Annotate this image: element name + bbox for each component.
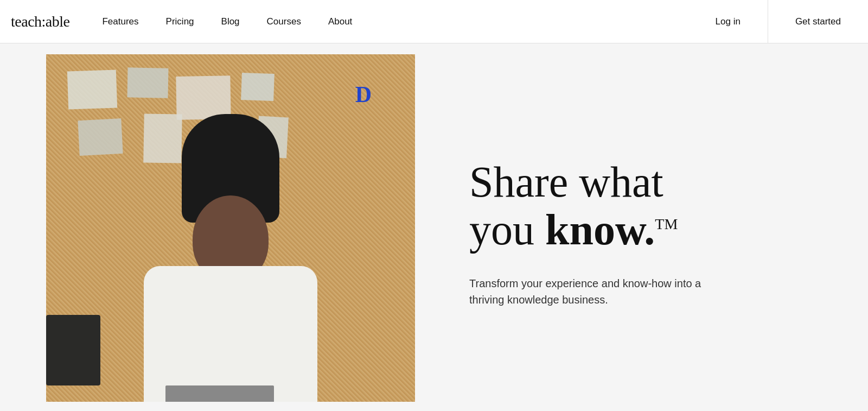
headline-you: you	[469, 206, 545, 254]
board-paper-5	[78, 118, 123, 156]
hero-section: D Share what you know.TM Transform your …	[0, 43, 868, 411]
headline-know: know.	[545, 206, 655, 254]
login-button[interactable]: Log in	[688, 0, 768, 43]
hero-content: Share what you know.TM Transform your ex…	[415, 43, 868, 411]
navbar: teach:able Features Pricing Blog Courses…	[0, 0, 868, 43]
board-paper-3	[176, 75, 231, 120]
monitor-left	[46, 315, 100, 385]
get-started-button[interactable]: Get started	[768, 0, 868, 43]
headline-line1: Share what	[469, 158, 663, 206]
nav-link-courses[interactable]: Courses	[267, 16, 301, 27]
nav-right: Log in Get started	[688, 0, 868, 43]
nav-link-about[interactable]: About	[328, 16, 352, 27]
nav-links: Features Pricing Blog Courses About	[102, 16, 688, 27]
board-paper-6	[143, 113, 182, 163]
board-paper-2	[127, 67, 169, 98]
board-number: D	[355, 81, 372, 108]
hero-image: D	[46, 54, 415, 402]
hero-headline: Share what you know.TM	[469, 158, 825, 254]
headline-line2: you know.TM	[469, 206, 678, 254]
person-shirt	[144, 266, 317, 402]
board-paper-4	[241, 73, 275, 101]
nav-link-features[interactable]: Features	[102, 16, 138, 27]
board-paper-1	[67, 69, 117, 109]
headline-tm: TM	[655, 216, 678, 232]
hero-subtext: Transform your experience and know-how i…	[469, 275, 719, 308]
nav-link-pricing[interactable]: Pricing	[166, 16, 194, 27]
nav-link-blog[interactable]: Blog	[221, 16, 240, 27]
hero-image-container: D	[46, 54, 415, 411]
laptop	[165, 385, 274, 402]
logo[interactable]: teach:able	[11, 13, 69, 30]
